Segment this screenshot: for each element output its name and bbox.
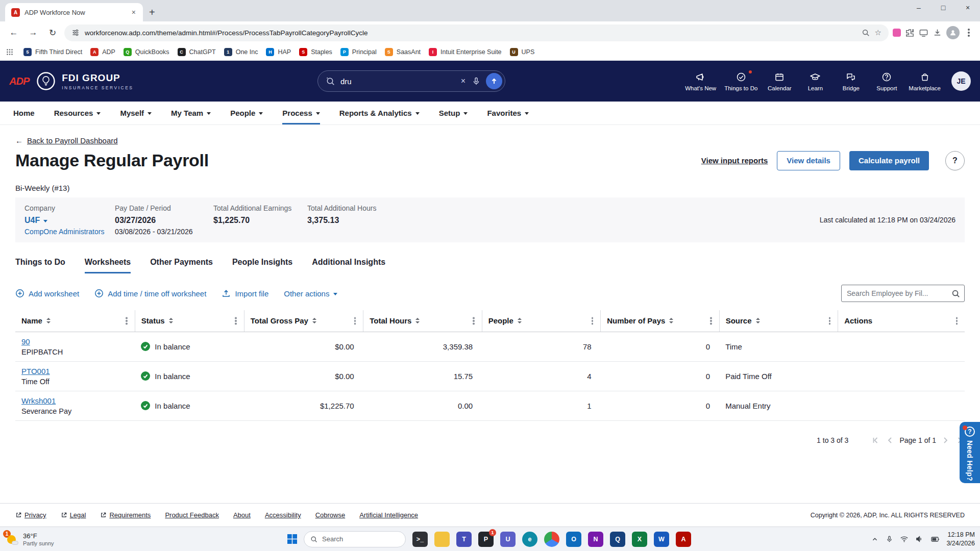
column-menu-icon[interactable] [354,320,356,322]
start-button-icon[interactable] [287,534,297,544]
new-tab-button[interactable]: + [149,7,155,18]
battery-icon[interactable] [930,535,940,544]
apps-grid-icon[interactable] [6,48,13,56]
support-button[interactable]: Support [870,71,903,91]
outlook-icon[interactable]: O [566,532,581,547]
chrome-icon[interactable] [544,532,559,547]
things-to-do-button[interactable]: Things to Do [722,71,760,91]
downloads-icon[interactable] [933,28,942,38]
column-menu-icon[interactable] [710,320,712,322]
column-menu-icon[interactable] [473,320,475,322]
nav-item[interactable]: Setup [439,102,468,124]
column-header[interactable]: Actions [838,310,965,332]
tab-item[interactable]: Things to Do [15,258,65,273]
company-selector[interactable]: U4F [24,216,115,225]
column-menu-icon[interactable] [235,320,237,322]
footer-link[interactable]: Cobrowse [315,511,346,519]
address-bar[interactable]: workforcenow.adp.com/theme/admin.html#/P… [64,24,889,41]
column-header[interactable]: Number of Pays [601,310,720,332]
nav-item[interactable]: Reports & Analytics [339,102,420,124]
teams-icon[interactable]: T [456,532,472,547]
help-button[interactable]: ? [945,151,965,170]
import-file-button[interactable]: Import file [222,289,268,298]
bridge-button[interactable]: Bridge [835,71,867,91]
sort-icon[interactable] [518,318,522,323]
column-menu-icon[interactable] [956,320,958,322]
bookmark-item[interactable]: U UPS [506,46,539,58]
footer-link[interactable]: Accessibility [265,511,301,519]
browser-tab[interactable]: A ADP Workforce Now × [5,3,143,21]
mic-icon[interactable] [472,77,481,86]
bookmark-item[interactable]: C ChatGPT [174,46,220,58]
learn-button[interactable]: Learn [799,71,831,91]
people-app-icon[interactable]: U [500,532,516,547]
global-search[interactable]: × [317,70,505,92]
whats-new-button[interactable]: What's New [682,71,719,91]
hidden-icons-chevron-icon[interactable] [871,535,879,543]
column-menu-icon[interactable] [592,320,594,322]
worksheet-name-link[interactable]: PTO001 [21,367,50,375]
bookmark-item[interactable]: Q QuickBooks [119,46,174,58]
nav-item[interactable]: Favorites [487,102,529,124]
footer-link[interactable]: Artificial Intelligence [359,511,418,519]
browser-forward-icon[interactable]: → [26,25,41,40]
employee-search-input[interactable] [841,285,965,302]
search-clear-icon[interactable]: × [460,77,467,86]
window-maximize-icon[interactable]: □ [931,0,955,15]
quick-assist-icon[interactable]: Q [610,532,625,547]
worksheet-name-link[interactable]: 90 [21,337,30,346]
other-actions-button[interactable]: Other actions [284,289,337,298]
sort-icon[interactable] [46,318,51,323]
tab-item[interactable]: Additional Insights [312,258,385,273]
onenote-icon[interactable]: N [588,532,603,547]
nav-item[interactable]: My Team [171,102,211,124]
bookmark-item[interactable]: H HAP [262,46,295,58]
view-input-reports-link[interactable]: View input reports [701,156,768,165]
mic-tray-icon[interactable] [886,535,893,543]
column-header[interactable]: Source [719,310,838,332]
column-header[interactable]: Status [135,310,244,332]
tab-item[interactable]: Other Payments [150,258,213,273]
next-page-icon[interactable] [940,435,950,445]
sort-icon[interactable] [312,318,316,323]
word-icon[interactable]: W [654,532,669,547]
column-header[interactable]: Total Gross Pay [244,310,363,332]
zoom-icon[interactable] [862,29,870,37]
nav-item[interactable]: Process [282,102,320,124]
previous-page-icon[interactable] [885,435,895,445]
tab-close-icon[interactable]: × [131,8,137,16]
column-header[interactable]: Total Hours [363,310,482,332]
bookmark-item[interactable]: 5 Fifth Third Direct [19,46,86,58]
cast-icon[interactable] [919,28,928,38]
add-worksheet-button[interactable]: Add worksheet [15,289,79,298]
volume-icon[interactable] [915,535,924,543]
nav-item[interactable]: Resources [54,102,101,124]
adp-logo[interactable]: ADP [9,76,29,87]
tab-item[interactable]: People Insights [232,258,292,273]
file-explorer-icon[interactable] [434,532,450,547]
window-minimize-icon[interactable]: – [906,0,931,15]
search-submit-button[interactable] [486,73,502,89]
footer-link[interactable]: Product Feedback [165,511,219,519]
weather-widget[interactable]: 1 36°F Partly sunny [6,532,54,546]
sort-icon[interactable] [669,318,673,323]
bookmark-star-icon[interactable]: ☆ [875,28,881,37]
first-page-icon[interactable] [871,435,881,445]
bookmark-item[interactable]: S SaasAnt [381,46,425,58]
bookmark-item[interactable]: A ADP [86,46,119,58]
bookmark-item[interactable]: I Intuit Enterprise Suite [425,46,506,58]
worksheet-name-link[interactable]: Wrksh001 [21,396,56,405]
edge-icon[interactable]: e [522,532,537,547]
window-close-icon[interactable]: × [955,0,980,15]
taskbar-clock[interactable]: 12:18 PM 3/24/2026 [946,531,975,548]
column-header[interactable]: Name [15,310,135,332]
column-header[interactable]: People [482,310,601,332]
sort-icon[interactable] [756,318,760,323]
taskbar-search[interactable]: Search [304,531,406,547]
bookmark-item[interactable]: 1 One Inc [220,46,262,58]
extensions-puzzle-icon[interactable] [905,28,915,38]
column-menu-icon[interactable] [829,320,831,322]
nav-item[interactable]: Home [13,102,35,124]
company-name-link[interactable]: CompOne Administrators [24,228,115,236]
marketplace-button[interactable]: Marketplace [906,71,943,91]
